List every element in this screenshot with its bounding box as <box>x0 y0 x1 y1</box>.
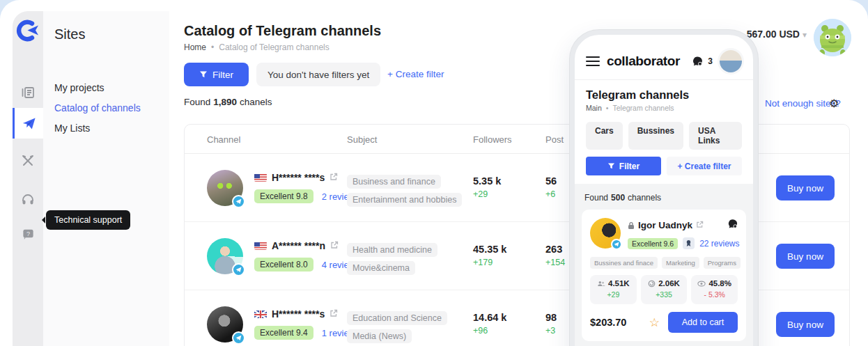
breadcrumb: Home • Catalog of Telegram channels <box>184 42 330 52</box>
page-title: Catalog of Telegram channels <box>184 23 381 39</box>
sidebar-icon-tools[interactable] <box>13 146 43 176</box>
chat-notifications[interactable]: 3 <box>691 55 713 68</box>
followers-stat: 4.51K +29 <box>590 275 637 304</box>
sidebar-item-my-lists[interactable]: My Lists <box>54 123 141 134</box>
sidebar-menu: My projects Catalog of channels My Lists <box>54 82 141 134</box>
buy-now-button[interactable]: Buy now <box>776 175 835 200</box>
rating-badge: Excellent 8.0 <box>254 258 313 272</box>
breadcrumb-home[interactable]: Home <box>184 42 206 52</box>
sidebar-item-my-projects[interactable]: My projects <box>54 82 141 93</box>
post-cell: 56 +6 <box>545 175 557 199</box>
buy-now-button[interactable]: Buy now <box>776 244 835 269</box>
telegram-badge-icon <box>232 331 245 345</box>
telegram-badge-icon <box>232 263 245 276</box>
views-stat: 2.06K +335 <box>641 275 688 304</box>
sidebar-icon-channels[interactable] <box>13 108 43 139</box>
er-stat: 45.8% - 5.3% <box>691 275 738 304</box>
column-channel: Channel <box>207 134 240 145</box>
breadcrumb-current: Telegram channels <box>612 104 674 112</box>
external-link-icon[interactable] <box>330 308 338 320</box>
filter-button[interactable]: Filter <box>184 63 249 86</box>
app-window: ? Sites My projects Catalog of channels … <box>0 0 868 346</box>
phone-filter-button[interactable]: Filter <box>586 157 661 175</box>
breadcrumb-home[interactable]: Main <box>586 104 602 112</box>
svg-text:?: ? <box>26 230 29 237</box>
funnel-icon <box>199 70 208 79</box>
post-cell: 263 +154 <box>545 244 565 267</box>
sidebar-rail: ? <box>13 11 43 346</box>
subject-tag: Movie&cinema <box>347 261 415 275</box>
chat-bubble-icon[interactable] <box>727 218 739 233</box>
collaborator-logo-icon[interactable] <box>15 18 40 43</box>
channel-name[interactable]: Igor Uadnyk <box>638 220 692 230</box>
tab-usa-links[interactable]: USA Links <box>689 122 742 150</box>
followers-cell: 5.35 k +29 <box>473 175 501 199</box>
sidebar-item-catalog-of-channels[interactable]: Catalog of channels <box>54 102 141 113</box>
channel-name[interactable]: H****** ****s <box>272 308 325 320</box>
external-link-icon[interactable] <box>330 240 339 251</box>
subject-tag: Entertainment and hobbies <box>347 193 462 207</box>
found-count-line: Found1,890chanels <box>184 97 272 107</box>
subject-tag: Media (News) <box>347 329 412 343</box>
lock-icon <box>628 221 635 230</box>
sidebar-icon-headphones[interactable] <box>13 184 43 214</box>
column-subject: Subject <box>347 134 377 145</box>
breadcrumb-separator: • <box>211 42 214 52</box>
chat-count-badge: 3 <box>708 56 713 66</box>
external-link-icon[interactable] <box>330 172 338 183</box>
no-filters-label: You don't have filters yet <box>256 63 380 86</box>
gear-icon[interactable]: ⚙ <box>829 97 839 110</box>
external-link-icon[interactable] <box>696 220 704 230</box>
channel-name[interactable]: H****** ****s <box>272 172 325 183</box>
channel-name[interactable]: A****** ****n <box>272 240 325 251</box>
breadcrumb-current: Catalog of Telegram channels <box>219 42 330 52</box>
rating-badge: Excellent 9.8 <box>254 189 313 203</box>
followers-delta: +96 <box>473 326 506 336</box>
mascot-avatar[interactable] <box>814 19 851 56</box>
breadcrumb-separator: • <box>606 104 609 112</box>
tab-bussines[interactable]: Bussines <box>628 122 683 150</box>
sidebar-title: Sites <box>54 26 85 42</box>
column-followers: Followers <box>473 134 512 145</box>
phone-create-filter-button[interactable]: + Create filter <box>667 157 742 175</box>
user-avatar[interactable] <box>720 50 742 72</box>
followers-cell: 45.35 k +179 <box>473 244 506 267</box>
flag-us-icon <box>254 242 267 250</box>
collaborator-wordmark: collaborator <box>607 54 684 69</box>
phone-breadcrumb: Main • Telegram channels <box>575 104 753 120</box>
award-icon <box>683 237 695 249</box>
channel-avatar <box>207 306 243 343</box>
rating-badge: Excellent 9.6 <box>628 238 678 249</box>
hamburger-menu-icon[interactable] <box>586 56 600 66</box>
telegram-badge-icon <box>611 239 622 250</box>
subject-tag: Bussines and finace <box>590 257 658 269</box>
caret-down-icon: ▾ <box>803 30 807 40</box>
favorite-star-icon[interactable]: ☆ <box>649 315 660 330</box>
add-to-cart-button[interactable]: Add to cart <box>668 312 738 333</box>
mobile-mockup: collaborator 3 Telegram channels Main • … <box>570 30 758 346</box>
create-filter-button[interactable]: + Create filter <box>387 69 444 79</box>
tab-cars[interactable]: Cars <box>586 122 623 150</box>
sidebar-icon-help[interactable]: ? <box>13 219 43 249</box>
funnel-icon <box>607 162 615 170</box>
channel-card: Igor Uadnyk Excellent 9.6 22 reviews Bus… <box>582 210 746 341</box>
rating-badge: Excellent 9.4 <box>254 326 313 340</box>
phone-page-title: Telegram channels <box>575 80 753 104</box>
reviews-link[interactable]: 22 reviews <box>699 239 739 249</box>
subject-tag: Health and medicine <box>347 243 437 257</box>
followers-delta: +29 <box>473 189 501 199</box>
channel-avatar <box>207 238 243 274</box>
post-delta: +6 <box>545 189 557 199</box>
views-icon <box>648 280 656 288</box>
subject-tag: Marketing <box>662 257 699 269</box>
sidebar-icon-projects[interactable] <box>13 77 43 108</box>
post-delta: +3 <box>545 326 557 336</box>
flag-us-icon <box>254 173 267 182</box>
followers-cell: 14.64 k +96 <box>473 312 506 336</box>
subject-tag: Business and finance <box>347 175 441 189</box>
price: $203.70 <box>590 317 649 328</box>
buy-now-button[interactable]: Buy now <box>776 312 835 337</box>
followers-delta: +179 <box>473 258 506 267</box>
engagement-icon <box>697 281 706 287</box>
phone-found-line: Found500channels <box>582 191 746 210</box>
